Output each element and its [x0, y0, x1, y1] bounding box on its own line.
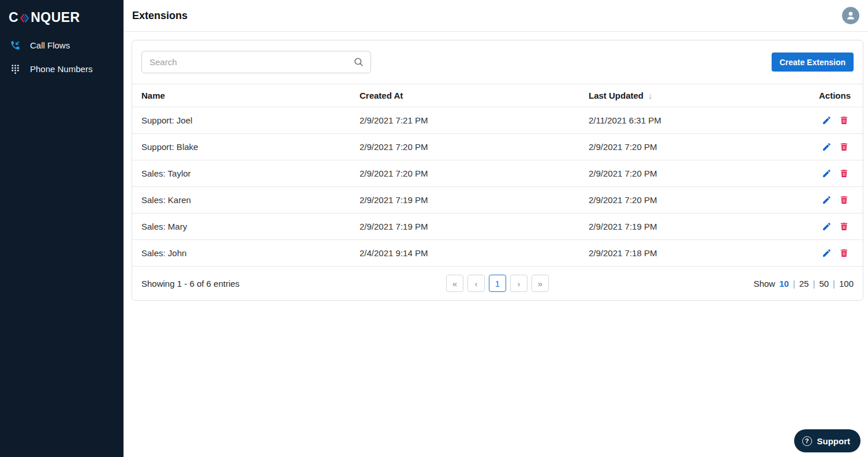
- row-actions: [794, 142, 863, 152]
- page-size-selector: Show 10 | 25 | 50 | 100: [754, 279, 854, 289]
- help-question-icon: ?: [802, 436, 812, 446]
- page-size-separator: |: [813, 279, 815, 289]
- delete-button[interactable]: [839, 115, 849, 125]
- extensions-card: Create Extension Name Created At Last Up…: [132, 40, 863, 301]
- call-incoming-icon: [9, 40, 21, 51]
- extension-name: Sales: Taylor: [132, 168, 360, 178]
- extension-name: Sales: Mary: [132, 222, 360, 231]
- column-header-created-at[interactable]: Created At: [360, 91, 589, 100]
- last-updated-value: 2/9/2021 7:20 PM: [589, 195, 794, 205]
- edit-button[interactable]: [822, 195, 832, 205]
- row-actions: [794, 115, 863, 125]
- delete-button[interactable]: [839, 168, 849, 178]
- showing-entries-text: Showing 1 - 6 of 6 entries: [141, 279, 446, 289]
- brand-logo: C NQUER: [0, 0, 124, 33]
- created-at-value: 2/9/2021 7:21 PM: [360, 115, 589, 125]
- dialpad-icon: [9, 63, 21, 74]
- table-row: Sales: Taylor 2/9/2021 7:20 PM 2/9/2021 …: [132, 160, 863, 186]
- delete-button[interactable]: [839, 142, 849, 152]
- page-size-option-100[interactable]: 100: [839, 279, 854, 289]
- next-page-button[interactable]: ›: [510, 275, 527, 292]
- created-at-value: 2/9/2021 7:20 PM: [360, 142, 589, 152]
- delete-button[interactable]: [839, 195, 849, 205]
- sort-descending-icon: ↓: [648, 91, 653, 100]
- page-size-option-50[interactable]: 50: [819, 279, 829, 289]
- user-avatar[interactable]: [842, 7, 859, 24]
- extension-name: Sales: John: [132, 248, 360, 258]
- page-size-option-25[interactable]: 25: [799, 279, 809, 289]
- table-row: Support: Joel 2/9/2021 7:21 PM 2/11/2021…: [132, 107, 863, 133]
- edit-button[interactable]: [822, 168, 832, 178]
- row-actions: [794, 222, 863, 231]
- edit-button[interactable]: [822, 142, 832, 152]
- edit-button[interactable]: [822, 248, 832, 258]
- create-extension-button[interactable]: Create Extension: [772, 53, 854, 72]
- table-row: Sales: Mary 2/9/2021 7:19 PM 2/9/2021 7:…: [132, 213, 863, 239]
- brand-text-left: C: [9, 10, 18, 25]
- main-area: Extensions Create Exten: [124, 0, 868, 457]
- table-row: Sales: John 2/4/2021 9:14 PM 2/9/2021 7:…: [132, 239, 863, 266]
- created-at-value: 2/9/2021 7:20 PM: [360, 168, 589, 178]
- search-icon[interactable]: [353, 57, 364, 70]
- created-at-value: 2/9/2021 7:19 PM: [360, 222, 589, 231]
- row-actions: [794, 195, 863, 205]
- last-updated-value: 2/9/2021 7:18 PM: [589, 248, 794, 258]
- brand-text-right: NQUER: [31, 10, 80, 25]
- last-updated-value: 2/9/2021 7:20 PM: [589, 142, 794, 152]
- delete-button[interactable]: [839, 222, 849, 231]
- search-input[interactable]: [141, 51, 371, 73]
- sidebar-item-phone-numbers[interactable]: Phone Numbers: [0, 57, 124, 81]
- support-button-label: Support: [817, 436, 851, 446]
- page-size-option-10[interactable]: 10: [779, 279, 789, 289]
- brand-o-icon: [19, 13, 30, 24]
- last-updated-value: 2/9/2021 7:19 PM: [589, 222, 794, 231]
- current-page-button[interactable]: 1: [489, 275, 506, 292]
- table-footer: Showing 1 - 6 of 6 entries « ‹ 1 › » Sho…: [132, 266, 863, 300]
- table-header: Name Created At Last Updated↓ Actions: [132, 84, 863, 107]
- support-button[interactable]: ? Support: [794, 429, 861, 452]
- page-title: Extensions: [132, 10, 188, 22]
- extension-name: Support: Joel: [132, 115, 360, 125]
- previous-page-button[interactable]: ‹: [467, 275, 485, 292]
- top-header: Extensions: [124, 0, 868, 32]
- first-page-button[interactable]: «: [446, 275, 463, 292]
- page-size-separator: |: [833, 279, 835, 289]
- page-size-label: Show: [754, 279, 776, 289]
- pagination: « ‹ 1 › »: [446, 275, 549, 292]
- person-icon: [844, 9, 857, 22]
- column-header-last-updated-label: Last Updated: [589, 91, 643, 100]
- sidebar-item-label: Call Flows: [30, 40, 70, 50]
- table-row: Sales: Karen 2/9/2021 7:19 PM 2/9/2021 7…: [132, 186, 863, 213]
- sidebar: C NQUER Call Flows: [0, 0, 124, 457]
- card-toolbar: Create Extension: [132, 40, 863, 84]
- created-at-value: 2/9/2021 7:19 PM: [360, 195, 589, 205]
- app-root: C NQUER Call Flows: [0, 0, 868, 457]
- edit-button[interactable]: [822, 115, 832, 125]
- column-header-name[interactable]: Name: [132, 91, 360, 100]
- delete-button[interactable]: [839, 248, 849, 258]
- last-updated-value: 2/9/2021 7:20 PM: [589, 168, 794, 178]
- row-actions: [794, 248, 863, 258]
- page-size-separator: |: [793, 279, 795, 289]
- row-actions: [794, 168, 863, 178]
- extension-name: Support: Blake: [132, 142, 360, 152]
- extension-name: Sales: Karen: [132, 195, 360, 205]
- table-row: Support: Blake 2/9/2021 7:20 PM 2/9/2021…: [132, 133, 863, 160]
- search-wrap: [141, 51, 371, 73]
- last-page-button[interactable]: »: [532, 275, 549, 292]
- created-at-value: 2/4/2021 9:14 PM: [360, 248, 589, 258]
- last-updated-value: 2/11/2021 6:31 PM: [589, 115, 794, 125]
- column-header-actions: Actions: [794, 91, 863, 100]
- sidebar-item-call-flows[interactable]: Call Flows: [0, 33, 124, 57]
- edit-button[interactable]: [822, 222, 832, 231]
- sidebar-item-label: Phone Numbers: [30, 64, 92, 74]
- column-header-last-updated[interactable]: Last Updated↓: [589, 91, 794, 100]
